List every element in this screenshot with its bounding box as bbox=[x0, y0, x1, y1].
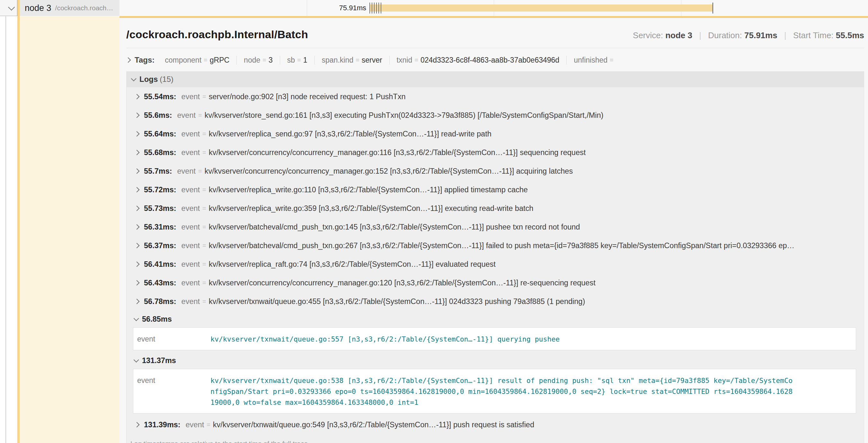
log-timestamp: 56.31ms: bbox=[144, 223, 176, 232]
tag-txnid: txnid=024d3323-6c8f-4863-aa8b-37ab0e6349… bbox=[389, 56, 567, 65]
span-duration-label: 75.91ms bbox=[339, 0, 366, 16]
log-value-mono: kv/kvserver/txnwait/queue.go:557 [n3,s3,… bbox=[210, 333, 560, 345]
service-name: node 3 bbox=[25, 3, 52, 13]
log-timestamp: 56.37ms: bbox=[144, 241, 176, 250]
log-field: event bbox=[182, 130, 200, 138]
log-row[interactable]: 55.64ms: event=kv/kvserver/replica_send.… bbox=[127, 125, 864, 143]
log-row[interactable]: 55.72ms: event=kv/kvserver/replica_write… bbox=[127, 180, 864, 199]
log-row[interactable]: 56.43ms: event=kv/kvserver/concurrency/c… bbox=[127, 273, 864, 292]
log-timestamp: 55.64ms: bbox=[144, 130, 176, 138]
chevron-right-icon[interactable] bbox=[134, 280, 140, 286]
log-value: kv/kvserver/store_send.go:161 [n3,s3] ex… bbox=[205, 111, 603, 120]
duration-value: 75.91ms bbox=[744, 31, 777, 40]
collapse-span-chevron-icon[interactable] bbox=[8, 4, 15, 10]
chevron-right-icon[interactable] bbox=[134, 169, 140, 174]
start-time-label: Start Time: bbox=[793, 31, 834, 40]
log-value: kv/kvserver/concurrency/concurrency_mana… bbox=[209, 148, 586, 157]
span-timeline[interactable]: 75.91ms bbox=[120, 0, 868, 16]
operation-name: /cockroach.roach… bbox=[55, 4, 114, 12]
log-row[interactable]: 56.78ms: event=kv/kvserver/txnwait/queue… bbox=[127, 292, 864, 311]
log-field: event bbox=[182, 93, 200, 101]
chevron-right-icon[interactable] bbox=[134, 206, 140, 211]
service-label: Service: bbox=[633, 31, 663, 40]
log-timestamp: 55.72ms: bbox=[144, 185, 176, 194]
chevron-right-icon[interactable] bbox=[134, 113, 140, 118]
log-value: kv/kvserver/replica_write.go:359 [n3,s3,… bbox=[209, 204, 534, 213]
timeline-gridline bbox=[307, 0, 307, 16]
chevron-down-icon[interactable] bbox=[131, 76, 136, 81]
chevron-right-icon[interactable] bbox=[134, 299, 140, 304]
log-row-expanded-header[interactable]: 131.37ms bbox=[127, 352, 864, 369]
start-time-value: 55.5ms bbox=[836, 31, 864, 40]
log-timestamp: 56.43ms: bbox=[144, 279, 176, 287]
span-detail-panel: /cockroach.roachpb.Internal/Batch Servic… bbox=[120, 16, 868, 443]
log-row[interactable]: 56.41ms: event=kv/kvserver/replica_raft.… bbox=[127, 255, 864, 273]
indent-guide-line bbox=[5, 16, 6, 443]
chevron-right-icon[interactable] bbox=[134, 262, 140, 267]
chevron-down-icon[interactable] bbox=[134, 315, 139, 321]
log-row[interactable]: 55.54ms: event=server/node.go:902 [n3] n… bbox=[127, 87, 864, 106]
chevron-right-icon[interactable] bbox=[134, 243, 140, 248]
log-timestamp: 56.41ms: bbox=[144, 260, 176, 269]
span-name-cell[interactable]: node 3 /cockroach.roach… bbox=[20, 0, 120, 16]
log-marker-tick bbox=[381, 3, 381, 13]
log-field: event bbox=[182, 148, 200, 157]
log-field: event bbox=[182, 223, 200, 232]
log-value: kv/kvserver/batcheval/cmd_push_txn.go:14… bbox=[209, 223, 580, 232]
log-value: kv/kvserver/concurrency/concurrency_mana… bbox=[205, 167, 573, 176]
log-value-mono: kv/kvserver/txnwait/queue.go:538 [n3,s3,… bbox=[210, 374, 794, 408]
service-value: node 3 bbox=[665, 31, 692, 40]
log-value: kv/kvserver/txnwait/queue.go:455 [n3,s3,… bbox=[209, 297, 585, 306]
chevron-right-icon[interactable] bbox=[126, 58, 131, 63]
log-field: event bbox=[186, 420, 204, 429]
log-value: kv/kvserver/replica_raft.go:74 [n3,s3,r6… bbox=[209, 260, 496, 269]
selected-span-name-column[interactable] bbox=[20, 16, 120, 443]
log-timestamp: 56.78ms: bbox=[144, 297, 176, 306]
log-field: event bbox=[182, 279, 200, 287]
log-row[interactable]: 55.73ms: event=kv/kvserver/replica_write… bbox=[127, 199, 864, 218]
log-row-expanded-header[interactable]: 56.85ms bbox=[127, 311, 864, 328]
log-marker-tick bbox=[378, 3, 379, 13]
span-rows-gutter bbox=[0, 16, 17, 443]
log-timestamp: 55.68ms: bbox=[144, 148, 176, 157]
log-row[interactable]: 55.68ms: event=kv/kvserver/concurrency/c… bbox=[127, 143, 864, 162]
chevron-right-icon[interactable] bbox=[134, 225, 140, 230]
logs-footer-note: Log timestamps are relative to the start… bbox=[127, 434, 864, 443]
logs-title: Logs bbox=[140, 75, 158, 84]
log-field: event bbox=[182, 204, 200, 213]
log-event-detail: event kv/kvserver/txnwait/queue.go:557 [… bbox=[133, 328, 856, 350]
duration-label: Duration: bbox=[708, 31, 742, 40]
chevron-right-icon[interactable] bbox=[134, 131, 140, 137]
log-field: event bbox=[182, 241, 200, 250]
log-field: event bbox=[182, 185, 200, 194]
log-value: kv/kvserver/replica_send.go:97 [n3,s3,r6… bbox=[209, 130, 492, 138]
tag-component: component=gRPC bbox=[158, 56, 237, 65]
log-field: event bbox=[133, 374, 210, 408]
trace-timeline-row[interactable]: node 3 /cockroach.roach… 75.91ms bbox=[0, 0, 868, 16]
chevron-right-icon[interactable] bbox=[134, 94, 140, 100]
chevron-right-icon[interactable] bbox=[134, 422, 140, 428]
chevron-right-icon[interactable] bbox=[134, 187, 140, 193]
log-field: event bbox=[177, 111, 196, 120]
tags-accordion[interactable]: Tags: component=gRPC node=3 sb=1 span.ki… bbox=[126, 53, 864, 67]
chevron-right-icon[interactable] bbox=[134, 150, 140, 156]
log-row[interactable]: 55.7ms: event=kv/kvserver/concurrency/co… bbox=[127, 162, 864, 180]
log-value: server/node.go:902 [n3] node received re… bbox=[209, 93, 406, 101]
log-row[interactable]: 55.6ms: event=kv/kvserver/store_send.go:… bbox=[127, 106, 864, 125]
span-meta: Service: node 3 | Duration: 75.91ms | St… bbox=[633, 31, 864, 40]
chevron-down-icon[interactable] bbox=[134, 357, 139, 363]
log-row[interactable]: 131.39ms: event=kv/kvserver/txnwait/queu… bbox=[127, 415, 864, 434]
logs-count: (15) bbox=[160, 75, 174, 84]
log-marker-tick bbox=[374, 3, 375, 13]
tags-label: Tags: bbox=[134, 56, 155, 65]
log-timestamp: 55.73ms: bbox=[144, 204, 176, 213]
log-marker-tick bbox=[369, 3, 370, 13]
log-timestamp: 55.6ms: bbox=[144, 111, 172, 120]
log-row[interactable]: 56.37ms: event=kv/kvserver/batcheval/cmd… bbox=[127, 236, 864, 255]
span-duration-bar[interactable] bbox=[370, 4, 713, 11]
meta-separator: | bbox=[784, 31, 786, 40]
log-timestamp: 55.7ms: bbox=[144, 167, 172, 176]
log-row[interactable]: 56.31ms: event=kv/kvserver/batcheval/cmd… bbox=[127, 218, 864, 236]
logs-header[interactable]: Logs (15) bbox=[127, 71, 864, 87]
log-timestamp: 131.39ms: bbox=[144, 420, 181, 429]
